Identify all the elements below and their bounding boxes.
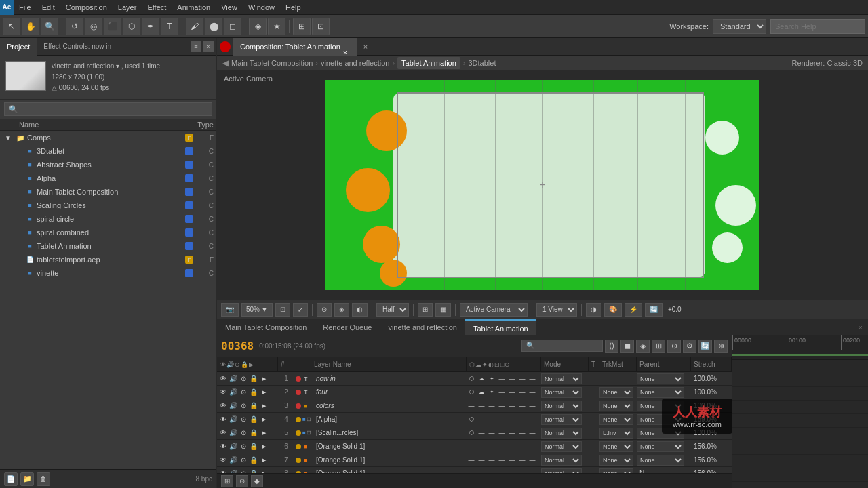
layer-3-mode-select[interactable]: Normal — [541, 401, 582, 411]
layer-4-sw-4[interactable]: — — [497, 415, 507, 424]
motion-tracker[interactable]: ⊞ — [293, 18, 311, 35]
layer-6-parent-select[interactable]: None — [637, 441, 684, 452]
layer-4-parent-select[interactable]: None — [637, 414, 684, 425]
layer-3-sw-1[interactable]: — — [467, 401, 476, 411]
tl-ctrl-2[interactable]: ◼ — [620, 340, 634, 353]
layer-6-sw-5[interactable]: — — [507, 442, 517, 451]
new-folder-btn[interactable]: 📁 — [20, 472, 34, 486]
layer-1-sw-5[interactable]: — — [507, 374, 517, 384]
tab-close-icon[interactable]: × — [343, 43, 350, 50]
layer-search-input[interactable] — [521, 340, 603, 352]
new-item-btn[interactable]: 📄 — [4, 472, 18, 486]
layer-5-sw-4[interactable]: — — [497, 428, 507, 438]
layer-1-sw-2[interactable]: ☁ — [477, 374, 486, 384]
layer-6-sw-7[interactable]: — — [528, 442, 537, 451]
layer-6-sw-4[interactable]: — — [497, 442, 507, 451]
quality-select[interactable]: Half — [376, 303, 409, 317]
layer-3-trkmat-select[interactable]: None — [599, 401, 633, 411]
layer-5-trkmat-select[interactable]: L.Inv — [599, 428, 633, 439]
layer-7-parent-select[interactable]: None — [637, 455, 684, 466]
rotate-tool[interactable]: ↺ — [66, 18, 83, 35]
layer-2-solo-icon[interactable]: ⊙ — [239, 388, 248, 397]
3d-tracker[interactable]: ⊡ — [312, 18, 330, 35]
region-of-interest[interactable]: ⊞ — [418, 303, 433, 317]
tab-effect-controls[interactable]: Effect Controls: now in — [37, 38, 118, 56]
layer-4-lock-icon[interactable]: 🔒 — [249, 415, 258, 424]
tl-tab-close[interactable]: × — [859, 323, 868, 331]
layer-4-expand-icon[interactable]: ▶ — [259, 415, 269, 424]
layer-8-mode-select[interactable]: Normal — [541, 468, 582, 474]
layer-6-solo-icon[interactable]: ⊙ — [239, 442, 248, 451]
selection-tool[interactable]: ↖ — [3, 18, 20, 35]
layer-1-sw-6[interactable]: — — [517, 374, 527, 384]
stamp-tool[interactable]: ⬤ — [205, 18, 222, 35]
pen-tool[interactable]: ✒ — [142, 18, 159, 35]
layer-4-sw-2[interactable]: — — [477, 415, 486, 424]
layer-1-sw-4[interactable]: — — [497, 374, 507, 384]
toggle-masks-btn[interactable]: ⊙ — [317, 303, 332, 317]
layer-4-sw-3[interactable]: — — [487, 415, 496, 424]
breadcrumb-main-tablet[interactable]: Main Tablet Composition — [231, 59, 313, 67]
layer-6-sw-2[interactable]: — — [477, 442, 486, 451]
layer-2-expand-icon[interactable]: ▶ — [259, 388, 269, 397]
hand-tool[interactable]: ✋ — [22, 18, 39, 35]
brush-tool[interactable]: 🖌 — [186, 18, 203, 35]
layer-2-sw-6[interactable]: — — [517, 388, 527, 397]
camera-orbit[interactable]: ◎ — [85, 18, 102, 35]
layer-7-sw-4[interactable]: — — [497, 455, 507, 465]
layer-5-solo-icon[interactable]: ⊙ — [239, 428, 248, 438]
camera-select[interactable]: Active Camera — [460, 303, 528, 317]
layer-2-sw-3[interactable]: ✦ — [487, 388, 496, 397]
tl-keys-btn[interactable]: ◆ — [251, 475, 263, 487]
layer-3-sw-3[interactable]: — — [487, 401, 496, 411]
layer-7-audio-icon[interactable]: 🔊 — [229, 455, 238, 465]
layer-5-mode-select[interactable]: Normal — [541, 428, 582, 439]
transparency-grid[interactable]: ▦ — [435, 303, 451, 317]
layer-5-eye-icon[interactable]: 👁 — [218, 428, 228, 438]
tl-ctrl-5[interactable]: ⊙ — [667, 340, 681, 353]
layer-3-lock-icon[interactable]: 🔒 — [249, 401, 258, 411]
type-tool[interactable]: T — [161, 18, 178, 35]
fast-preview-btn[interactable]: ⚡ — [625, 303, 642, 317]
layer-6-mode-select[interactable]: Normal — [541, 441, 582, 452]
layer-2-trkmat-select[interactable]: None — [599, 387, 633, 398]
full-screen-btn[interactable]: ⤢ — [293, 303, 308, 317]
layer-6-sw-6[interactable]: — — [517, 442, 527, 451]
refresh-btn[interactable]: 🔄 — [645, 303, 663, 317]
layer-1-solo-icon[interactable]: ⊙ — [239, 374, 248, 384]
menu-effect[interactable]: Effect — [142, 0, 172, 15]
breadcrumb-tablet-anim[interactable]: Tablet Animation — [397, 57, 460, 69]
comp-scaling-circles[interactable]: ■ Scaling Circles C — [0, 199, 216, 212]
layer-7-lock-icon[interactable]: 🔒 — [249, 455, 258, 465]
help-search[interactable] — [770, 19, 865, 34]
layer-7-solo-icon[interactable]: ⊙ — [239, 455, 248, 465]
view-select[interactable]: 1 View — [536, 303, 577, 317]
layer-2-sw-4[interactable]: — — [497, 388, 507, 397]
tl-ctrl-4[interactable]: ⊞ — [652, 340, 665, 353]
layer-4-sw-5[interactable]: — — [507, 415, 517, 424]
comp-main-tablet[interactable]: ■ Main Tablet Composition C — [0, 185, 216, 199]
layer-4-mode-select[interactable]: Normal — [541, 414, 582, 425]
layer-1-parent-select[interactable]: None — [637, 373, 684, 384]
layer-6-audio-icon[interactable]: 🔊 — [229, 442, 238, 451]
tool-4[interactable]: ⬡ — [123, 18, 140, 35]
layer-7-eye-icon[interactable]: 👁 — [218, 455, 228, 465]
exposure-btn[interactable]: ◑ — [586, 303, 601, 317]
comp-spiral-combined[interactable]: ■ spiral combined C — [0, 226, 216, 239]
layer-2-sw-1[interactable]: ⬡ — [467, 388, 476, 397]
layer-4-audio-icon[interactable]: 🔊 — [229, 415, 238, 424]
layer-7-mode-select[interactable]: Normal — [541, 455, 582, 466]
timeline-ruler[interactable]: 00000 00100 00200 00300 00400 00500 0060… — [732, 336, 868, 350]
tab-project[interactable]: Project — [0, 38, 37, 56]
tl-ctrl-6[interactable]: ⚙ — [683, 340, 696, 353]
layer-3-sw-5[interactable]: — — [507, 401, 517, 411]
layer-6-lock-icon[interactable]: 🔒 — [249, 442, 258, 451]
layer-1-sw-3[interactable]: ✦ — [487, 374, 496, 384]
layer-3-sw-4[interactable]: — — [497, 401, 507, 411]
tl-tab-main-tablet[interactable]: Main Tablet Composition — [217, 319, 315, 336]
toggle-effects-btn[interactable]: ◈ — [334, 303, 349, 317]
layer-3-expand-icon[interactable]: ▶ — [259, 401, 269, 411]
layer-8-trkmat-select[interactable]: None — [599, 468, 633, 474]
zoom-tool[interactable]: 🔍 — [41, 18, 58, 35]
fit-btn[interactable]: ⊡ — [275, 303, 290, 317]
